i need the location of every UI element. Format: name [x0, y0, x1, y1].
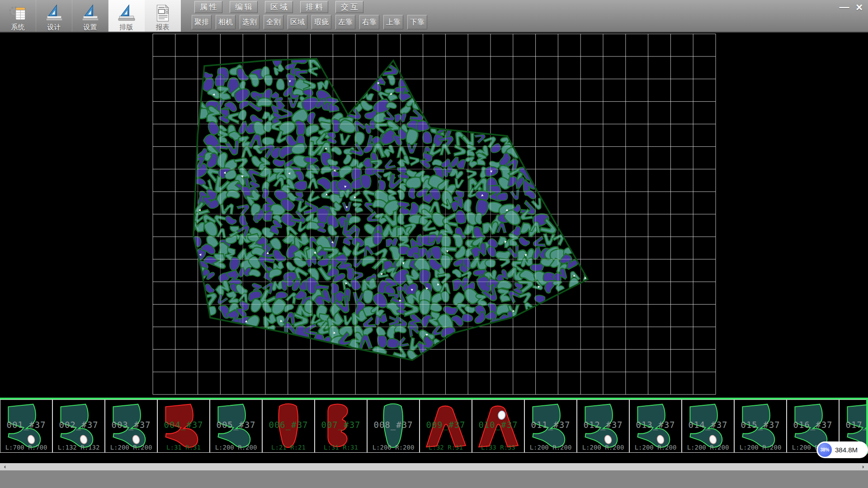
- piece-lr-count: L:700 R:700: [0, 444, 52, 451]
- system-button[interactable]: 系统: [0, 0, 36, 32]
- tool-select-cut[interactable]: 选割: [240, 15, 259, 29]
- piece-id: 004_#37: [158, 420, 209, 430]
- piece-lr-count: L:31 R:31: [315, 444, 367, 451]
- thumbnail-cell[interactable]: 011_#37 L:200 R:200: [524, 399, 577, 453]
- horizontal-scrollbar[interactable]: ‹ ›: [0, 463, 868, 470]
- memory-value: 384.8M: [835, 446, 858, 454]
- bottom-status-bar: [0, 470, 868, 488]
- menu-region[interactable]: 区域: [265, 1, 293, 13]
- close-button[interactable]: ×: [852, 1, 866, 14]
- thumbnail-cell[interactable]: 001_#37 L:700 R:700: [0, 399, 52, 453]
- piece-id: 005_#37: [210, 420, 262, 430]
- piece-lr-count: L:200 R:200: [105, 444, 157, 451]
- tool-align-top[interactable]: 上靠: [383, 15, 403, 29]
- menu-edit[interactable]: 编辑: [230, 1, 258, 13]
- menu-properties[interactable]: 属性: [194, 1, 222, 13]
- nesting-button[interactable]: 排版: [108, 0, 145, 32]
- main-toolbar: 系统 设计 设置 排版: [0, 0, 868, 33]
- piece-id: 009_#37: [420, 420, 472, 430]
- thumbnail-cell[interactable]: 010_#37 L:33 R:33: [472, 399, 524, 453]
- thumbnail-cell[interactable]: 005_#37 L:200 R:200: [210, 399, 262, 453]
- thumbnail-cell[interactable]: 003_#37 L:200 R:200: [105, 399, 157, 453]
- piece-lr-count: L:200 R:200: [577, 444, 629, 451]
- thumbnail-cell[interactable]: 009_#37 L:32 R:31: [420, 399, 472, 453]
- scroll-right-arrow[interactable]: ›: [858, 464, 868, 470]
- settings-button-label: 设置: [84, 23, 97, 31]
- thumbnail-strip[interactable]: 001_#37 L:700 R:700 002_#37 L:132 R:132 …: [0, 399, 868, 454]
- piece-id: 011_#37: [525, 420, 576, 430]
- piece-lr-count: L:21 R:21: [263, 444, 314, 451]
- thumbnail-cell[interactable]: 002_#37 L:132 R:132: [52, 399, 105, 453]
- report-document-icon: [153, 3, 172, 23]
- piece-id: 013_#37: [630, 420, 681, 430]
- piece-lr-count: L:200 R:200: [735, 444, 786, 451]
- piece-id: 010_#37: [472, 420, 524, 430]
- piece-lr-count: L:200 R:200: [525, 444, 576, 451]
- piece-lr-count: L:200 R:200: [682, 444, 734, 451]
- nesting-button-label: 排版: [120, 23, 133, 31]
- set-square-icon: [45, 3, 64, 23]
- piece-id: 014_#37: [682, 420, 734, 430]
- tool-align-left[interactable]: 左靠: [335, 15, 355, 29]
- piece-lr-count: L:33 R:33: [472, 444, 524, 451]
- thumbnail-cell[interactable]: 008_#37 L:200 R:200: [367, 399, 420, 453]
- tool-region[interactable]: 区域: [288, 15, 307, 29]
- thumbnail-cell[interactable]: 014_#37 L:200 R:200: [682, 399, 734, 453]
- piece-id: 015_#37: [735, 420, 786, 430]
- piece-id: 006_#37: [263, 420, 314, 430]
- piece-id: 016_#37: [787, 420, 839, 430]
- minimize-button[interactable]: —: [837, 1, 851, 14]
- thumbnail-cell[interactable]: 007_#37 L:31 R:31: [315, 399, 367, 453]
- gear-table-icon: [9, 3, 28, 23]
- thumbnail-cell[interactable]: 012_#37 L:200 R:200: [577, 399, 629, 453]
- design-button-label: 设计: [47, 23, 61, 31]
- tool-cut-all[interactable]: 全割: [264, 15, 283, 29]
- tool-align-right[interactable]: 右靠: [359, 15, 379, 29]
- thumbnail-cell[interactable]: 015_#37 L:200 R:200: [734, 399, 787, 453]
- settings-button[interactable]: 设置: [72, 0, 108, 32]
- piece-lr-count: L:132 R:132: [53, 444, 104, 451]
- tool-camera[interactable]: 相机: [216, 15, 236, 29]
- thumbnail-cell[interactable]: 004_#37 L:31 R:31: [157, 399, 210, 453]
- memory-badge[interactable]: 38% 384.8M: [816, 441, 868, 458]
- thumbnail-cell[interactable]: 006_#37 L:21 R:21: [262, 399, 315, 453]
- set-square-icon: [117, 3, 136, 23]
- piece-lr-count: L:32 R:31: [420, 444, 472, 451]
- piece-id: 001_#37: [0, 420, 52, 430]
- scroll-left-arrow[interactable]: ‹: [0, 464, 10, 470]
- piece-id: 007_#37: [315, 420, 367, 430]
- nesting-canvas[interactable]: [0, 33, 868, 398]
- thumbnail-cell[interactable]: 013_#37 L:200 R:200: [629, 399, 682, 453]
- menu-nesting[interactable]: 排料: [300, 1, 328, 13]
- piece-id: 003_#37: [105, 420, 157, 430]
- piece-lr-count: L:200 R:200: [210, 444, 262, 451]
- tool-align-bottom[interactable]: 下靠: [407, 15, 427, 29]
- tool-defect[interactable]: 瑕疵: [311, 15, 331, 29]
- percent-indicator: 38%: [818, 443, 832, 457]
- report-button[interactable]: 报表: [145, 0, 181, 32]
- piece-id: 002_#37: [53, 420, 104, 430]
- piece-lr-count: L:200 R:200: [630, 444, 681, 451]
- tool-cluster-nest[interactable]: 聚排: [192, 15, 212, 29]
- report-button-label: 报表: [156, 23, 170, 31]
- piece-id: 012_#37: [577, 420, 629, 430]
- piece-lr-count: L:200 R:200: [368, 444, 419, 451]
- set-square-icon: [81, 3, 100, 23]
- menu-interact[interactable]: 交互: [335, 1, 363, 13]
- design-button[interactable]: 设计: [36, 0, 72, 32]
- system-button-label: 系统: [11, 23, 25, 31]
- piece-id: 008_#37: [368, 420, 419, 430]
- piece-lr-count: L:31 R:31: [158, 444, 209, 451]
- piece-id: 017_#37: [840, 420, 868, 430]
